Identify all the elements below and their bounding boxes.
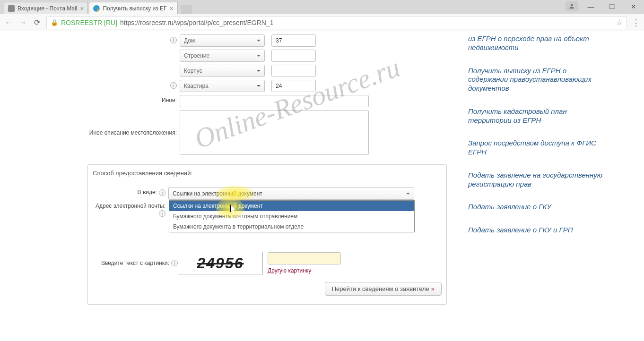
label-captcha: Введите текст с картинки:	[101, 260, 169, 266]
nav-bar: ← → ⟳ 🔒 ROSREESTR [RU] https://rosreestr…	[0, 14, 644, 31]
close-window-button[interactable]: ✕	[623, 0, 644, 13]
info-icon[interactable]: i	[170, 37, 177, 43]
next-step-button[interactable]: Перейти к сведениям о заявителе»	[325, 282, 442, 296]
browser-menu-button[interactable]: ⋮	[632, 17, 640, 28]
dropdown-option[interactable]: Бумажного документа почтовым отправление…	[169, 211, 414, 222]
sidebar-link[interactable]: Подать заявление о ГКУ и ГРП	[468, 226, 608, 235]
label-other-desc: Иное описание местоположения:	[89, 129, 177, 136]
dropdown-option[interactable]: Ссылки на электронный документ	[169, 201, 414, 211]
apartment-type-select[interactable]: Квартира	[180, 80, 265, 92]
label-other: Иное:	[162, 97, 177, 103]
format-dropdown: Ссылки на электронный документ Бумажного…	[169, 200, 415, 232]
house-number-input[interactable]	[271, 34, 316, 47]
url-bar[interactable]: 🔒 ROSREESTR [RU] https://rosreestr.ru/wp…	[46, 16, 627, 29]
korpus-number-input[interactable]	[271, 65, 316, 77]
captcha-input[interactable]	[268, 252, 341, 264]
info-icon[interactable]: i	[170, 82, 177, 89]
main-form-panel: i Дом Строение Корпус i Квартира Иное: И…	[0, 31, 447, 341]
select-value: Корпус	[184, 68, 202, 74]
sidebar-link[interactable]: Получить кадастровый план территории из …	[468, 107, 608, 125]
url-host: ROSREESTR [RU]	[61, 19, 117, 26]
sidebar-link[interactable]: из ЕГРН о переходе прав на объект недвиж…	[468, 34, 608, 52]
minimize-button[interactable]: —	[580, 0, 601, 13]
favicon-mail-icon	[8, 5, 15, 12]
favicon-rosreestr-icon	[93, 5, 100, 12]
profile-button[interactable]	[566, 1, 578, 11]
label-email: Адрес электронной почты:	[96, 203, 165, 209]
dropdown-option[interactable]: Бумажного документа в территориальном от…	[169, 222, 414, 232]
sidebar-link[interactable]: Запрос посредством доступа к ФГИС ЕГРН	[468, 139, 608, 157]
building-type-select[interactable]: Строение	[180, 50, 265, 62]
other-input[interactable]	[180, 95, 369, 107]
select-value: Дом	[184, 37, 195, 44]
forward-button[interactable]: →	[18, 18, 27, 27]
apartment-number-input[interactable]	[271, 80, 316, 92]
format-selected-value: Ссылки на электронный документ	[173, 190, 262, 197]
tab-close-icon[interactable]: ×	[80, 5, 84, 12]
select-value: Квартира	[184, 83, 209, 89]
bookmark-star-icon[interactable]: ☆	[616, 18, 623, 27]
browser-chrome: Входящие - Почта Mail × Получить выписку…	[0, 0, 644, 31]
url-path: https://rosreestr.ru/wps/portal/p/cc_pre…	[120, 19, 273, 26]
browser-tab-inactive[interactable]: Входящие - Почта Mail ×	[4, 2, 88, 14]
sidebar-link[interactable]: Подать заявление о ГКУ	[468, 203, 608, 212]
lock-icon: 🔒	[51, 19, 58, 26]
captcha-refresh-link[interactable]: Другую картинку	[268, 267, 341, 274]
arrow-right-icon: »	[431, 285, 435, 292]
window-controls: — ☐ ✕	[580, 0, 644, 13]
label-format: В виде:	[138, 189, 157, 196]
back-button[interactable]: ←	[4, 18, 13, 27]
maximize-button[interactable]: ☐	[601, 0, 623, 13]
tab-close-icon[interactable]: ×	[169, 5, 173, 12]
sidebar-link[interactable]: Получить выписку из ЕГРН о содержании пр…	[468, 67, 608, 93]
svg-point-0	[571, 4, 573, 6]
next-button-label: Перейти к сведениям о заявителе	[332, 285, 429, 292]
delivery-legend: Способ предоставления сведений:	[93, 170, 192, 177]
tab-title: Входящие - Почта Mail	[17, 5, 77, 12]
reload-button[interactable]: ⟳	[32, 18, 42, 27]
sidebar: из ЕГРН о переходе прав на объект недвиж…	[447, 31, 617, 341]
select-value: Строение	[184, 52, 209, 59]
korpus-type-select[interactable]: Корпус	[180, 65, 265, 77]
info-icon[interactable]: i	[159, 189, 165, 196]
browser-tab-active[interactable]: Получить выписку из ЕГ ×	[89, 2, 177, 14]
house-type-select[interactable]: Дом	[180, 34, 265, 47]
info-icon[interactable]: i	[159, 210, 165, 217]
other-desc-textarea[interactable]	[180, 110, 369, 155]
tab-title: Получить выписку из ЕГ	[103, 5, 166, 12]
captcha-image: 24956	[178, 252, 263, 274]
sidebar-link[interactable]: Подать заявление на государственную реги…	[468, 171, 608, 189]
info-icon[interactable]: i	[171, 260, 178, 266]
format-select[interactable]: Ссылки на электронный документ Ссылки на…	[168, 187, 414, 200]
captcha-text: 24956	[197, 255, 244, 272]
building-number-input[interactable]	[271, 50, 316, 62]
new-tab-button[interactable]	[181, 5, 192, 14]
tab-bar: Входящие - Почта Mail × Получить выписку…	[0, 0, 644, 14]
